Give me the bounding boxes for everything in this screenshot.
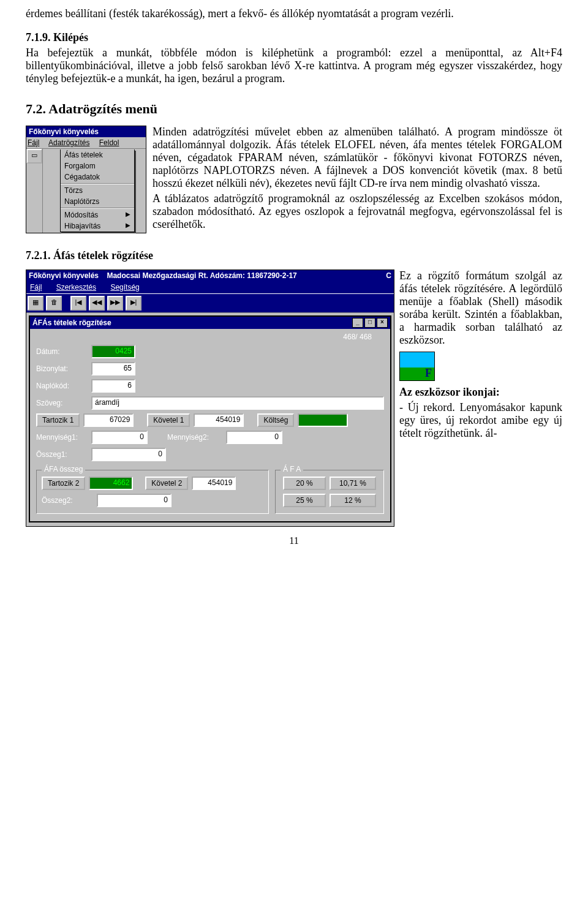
menu-screenshot: Főkönyvi könyvelés Fájl Adatrögzítés Fel… — [26, 126, 146, 233]
field-osszeg1[interactable]: 0 — [91, 448, 166, 461]
toolbar-next-icon[interactable]: ▶▶ — [107, 296, 123, 311]
toolbar-last-icon[interactable]: ▶| — [126, 296, 141, 311]
label-osszeg2: Összeg2: — [42, 496, 93, 505]
field-kovetel1[interactable]: 454019 — [194, 413, 244, 427]
field-tartozik2[interactable]: 4662 — [89, 477, 133, 490]
adatrogzites-dropdown: Áfás tételek Forgalom Cégadatok Törzs Na… — [60, 149, 135, 232]
toolbar-first-icon[interactable]: |◀ — [70, 296, 86, 311]
sec-721-side-strong: Az eszközsor ikonjai: — [399, 386, 500, 398]
field-menny1[interactable]: 0 — [91, 431, 148, 444]
label-menny1: Mennyiség1: — [36, 433, 88, 442]
menu-bar: Fájl Adatrögzítés Feldol — [26, 137, 146, 149]
shell-menu-fajl[interactable]: Fájl — [30, 283, 48, 292]
menu-item-torzs[interactable]: Törzs — [61, 185, 134, 196]
minimize-icon[interactable]: _ — [352, 318, 363, 328]
label-bizonylat: Bizonylat: — [36, 364, 88, 373]
button-afa-20[interactable]: 20 % — [283, 477, 326, 490]
group-afa: Á F A — [281, 465, 303, 473]
sec-72-body-1: Minden adatrögzítési művelet ebben az al… — [153, 126, 562, 190]
form-window: ÁFÁs tételek rögzítése _ □ × 468/ 468 Dá… — [29, 315, 391, 522]
group-afa-osszeg: ÁFA összeg — [42, 465, 85, 473]
shell-menu-segitseg[interactable]: Segítség — [110, 283, 145, 292]
toolbar-prev-icon[interactable]: ◀◀ — [89, 296, 105, 311]
close-icon[interactable]: × — [377, 318, 388, 328]
button-kovetel1[interactable]: Követel 1 — [147, 413, 190, 427]
sec-72-body-2: A táblázatos adatrögzítő programoknál az… — [153, 192, 562, 231]
button-afa-12[interactable]: 12 % — [330, 494, 376, 507]
page-number: 11 — [26, 535, 562, 546]
shell-titlebar: Főkönyvi könyvelés Madocsai Mezőgazdaság… — [26, 270, 394, 281]
app-logo-icon — [399, 352, 435, 381]
shell-screenshot: Főkönyvi könyvelés Madocsai Mezőgazdaság… — [26, 270, 394, 527]
window-title: Főkönyvi könyvelés — [26, 126, 146, 137]
shell-title-right: C — [386, 271, 391, 280]
menu-adatrogzites[interactable]: Adatrögzítés — [48, 138, 93, 147]
field-menny2[interactable]: 0 — [226, 431, 282, 444]
button-koltseg[interactable]: Költség — [257, 413, 294, 427]
sec-721-side-p1: Ez a rögzítő formátum szolgál az áfás té… — [399, 270, 562, 347]
sec-719-body: Ha befejeztük a munkát, többféle módon i… — [26, 47, 562, 85]
menu-item-hibajavitas[interactable]: Hibajavítás▶ — [61, 221, 134, 232]
toolbar-open-icon[interactable]: ▭ — [26, 149, 42, 164]
shell-app-title: Főkönyvi könyvelés — [29, 271, 99, 280]
shell-company-title: Madocsai Mezőgazdasági Rt. Adószám: 1186… — [107, 271, 296, 280]
menu-item-naplotorzs[interactable]: Naplótörzs — [61, 196, 134, 207]
maximize-icon[interactable]: □ — [364, 318, 375, 328]
field-naplokod[interactable]: 6 — [91, 379, 135, 393]
menu-item-cegadatok[interactable]: Cégadatok — [61, 172, 134, 183]
field-osszeg2[interactable]: 0 — [97, 494, 172, 507]
menu-item-modositas[interactable]: Módosítás▶ — [61, 209, 134, 221]
label-naplokod: Naplókód: — [36, 382, 88, 390]
sec-72-heading: 7.2. Adatrögzítés menü — [26, 101, 562, 117]
field-kovetel2[interactable]: 454019 — [192, 477, 236, 490]
field-datum[interactable]: 0425 — [91, 345, 135, 358]
form-title: ÁFÁs tételek rögzítése — [32, 319, 111, 327]
record-counter: 468/ 468 — [36, 333, 384, 341]
toolbar-delete-icon[interactable]: 🗑 — [46, 296, 62, 311]
field-bizonylat[interactable]: 65 — [91, 362, 135, 375]
button-afa-25[interactable]: 25 % — [283, 494, 326, 507]
button-tartozik2[interactable]: Tartozik 2 — [42, 477, 85, 490]
field-szoveg[interactable]: áramdíj — [91, 396, 384, 410]
menu-feldol[interactable]: Feldol — [99, 138, 123, 147]
menu-fajl[interactable]: Fájl — [28, 138, 43, 147]
field-tartozik1[interactable]: 67029 — [83, 413, 134, 427]
shell-menu-szerk[interactable]: Szerkesztés — [56, 283, 102, 292]
intro-paragraph: érdemes beállítani (festék takarékosság)… — [26, 7, 562, 20]
sec-719-num: 7.1.9. Kilépés — [26, 31, 88, 43]
field-koltseg[interactable] — [298, 413, 348, 427]
sec-721-heading: 7.2.1. Áfás tételek rögzítése — [26, 249, 562, 262]
label-datum: Dátum: — [36, 347, 88, 356]
label-menny2: Mennyiség2: — [167, 433, 222, 442]
label-osszeg1: Összeg1: — [36, 450, 88, 459]
toolbar-new-icon[interactable]: ▦ — [28, 296, 43, 311]
button-kovetel2[interactable]: Követel 2 — [145, 477, 188, 490]
sec-721-side-p2: - Új rekord. Lenyomásakor kapunk egy üre… — [399, 401, 562, 440]
menu-item-forgalom[interactable]: Forgalom — [61, 160, 134, 172]
button-tartozik1[interactable]: Tartozik 1 — [36, 413, 80, 427]
menu-item-afas-tetelek[interactable]: Áfás tételek — [61, 149, 134, 160]
shell-menubar: Fájl Szerkesztés Segítség — [26, 281, 394, 293]
button-afa-1071[interactable]: 10,71 % — [330, 477, 376, 490]
label-szoveg: Szöveg: — [36, 399, 88, 407]
